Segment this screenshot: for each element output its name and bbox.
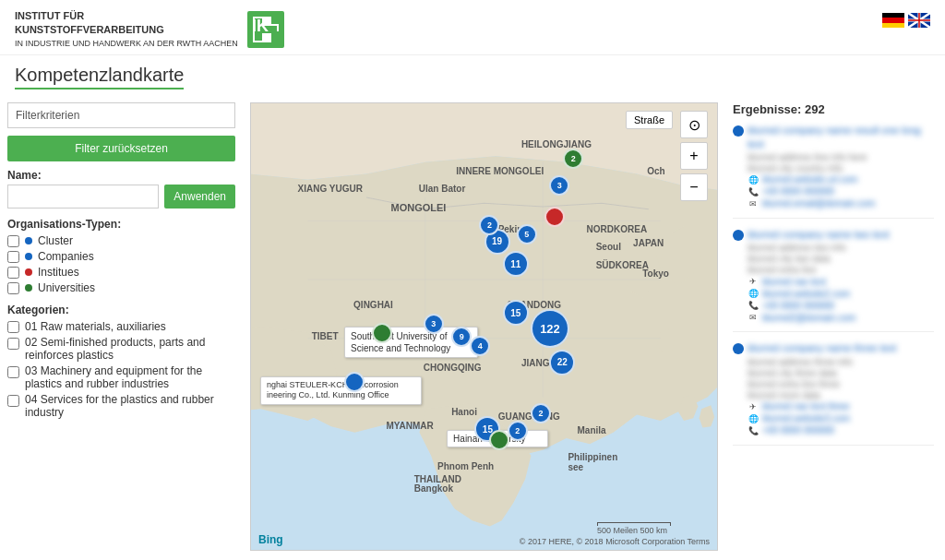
result-2-name[interactable]: blurred company name two text — [748, 228, 889, 241]
checkbox-cluster-input[interactable] — [7, 235, 19, 247]
globe-icon-3: 🌐 — [748, 413, 759, 424]
cluster-2[interactable]: 2 — [563, 149, 583, 169]
result-2-phone-row: 📞 +00 0000 000000 — [748, 300, 934, 311]
institutes-dot — [25, 268, 32, 276]
cluster-south-green[interactable] — [489, 430, 509, 450]
name-row: Anwenden — [7, 185, 235, 209]
email-icon-2: ✉ — [748, 312, 759, 323]
language-selector[interactable] — [882, 13, 930, 28]
cluster-south-2[interactable]: 2 — [508, 421, 528, 441]
companies-label: Companies — [38, 250, 94, 263]
result-item-1: blurred company name result one long tex… — [733, 124, 934, 219]
checkbox-cluster: Cluster — [7, 234, 235, 247]
map-copyright: © 2017 HERE, © 2018 Microsoft Corporatio… — [520, 537, 710, 546]
globe-icon-2: 🌐 — [748, 288, 759, 299]
logo-line2: KUNSTSTOFFVERARBEITUNG — [15, 23, 238, 37]
result-2-email-row: ✉ blurred2@domain.com — [748, 312, 934, 323]
results-header: Ergebnisse: 292 — [733, 102, 934, 116]
cluster-1[interactable]: 3 — [549, 175, 569, 196]
map-container[interactable]: Straße ⊙ + − CHINA MONGOLEI JAPAN Philip… — [250, 102, 718, 551]
map-type-button[interactable]: Straße — [626, 111, 673, 129]
cluster-beijing-3[interactable]: 5 — [517, 224, 537, 244]
result-1-meta1: blurred address line info here — [748, 152, 934, 162]
result-3-name[interactable]: blurred company name three text — [748, 341, 896, 354]
checkbox-cat03: 03 Machinery and equipment for the plast… — [7, 364, 235, 390]
zoom-in-button[interactable]: + — [680, 142, 708, 170]
cluster-south-3[interactable]: 2 — [531, 403, 551, 423]
cluster-kunming[interactable] — [344, 372, 365, 392]
name-input[interactable] — [7, 185, 159, 209]
zoom-out-button[interactable]: − — [680, 173, 708, 201]
result-1-name[interactable]: blurred company name result one long tex… — [748, 124, 934, 150]
logo-icon: IK — [247, 11, 284, 48]
cluster-central-1[interactable]: 3 — [424, 314, 444, 334]
result-1-dot — [733, 125, 744, 137]
cat01-label: 01 Raw materials, auxiliaries — [25, 320, 166, 333]
result-1-meta2: blurred city country info — [748, 163, 934, 173]
flag-german[interactable] — [882, 13, 904, 28]
result-2-meta1: blurred address two info — [748, 243, 934, 253]
checkbox-cat01: 01 Raw materials, auxiliaries — [7, 320, 235, 333]
result-item-2: blurred company name two text blurred ad… — [733, 228, 934, 332]
cluster-east-1[interactable]: 22 — [549, 350, 575, 375]
result-1-phone-row: 📞 +00 0000 000000 — [748, 186, 934, 197]
results-panel: Ergebnisse: 292 blurred company name res… — [725, 95, 938, 558]
checkbox-companies-input[interactable] — [7, 251, 19, 263]
checkbox-universities: Universities — [7, 281, 235, 294]
result-2-meta2: blurred city two data — [748, 254, 934, 264]
result-1-phone: +00 0000 000000 — [762, 186, 834, 197]
checkbox-universities-input[interactable] — [7, 282, 19, 294]
cluster-beijing-2[interactable]: 11 — [503, 251, 529, 277]
checkbox-cat04-input[interactable] — [7, 395, 19, 407]
checkbox-cat02-input[interactable] — [7, 338, 19, 350]
logo-line1: INSTITUT FÜR — [15, 9, 238, 23]
cluster-red-1[interactable] — [544, 207, 565, 227]
nav-icon-2: ✈ — [748, 276, 759, 287]
result-1-email[interactable]: blurred.email@domain.com — [762, 198, 875, 209]
phone-icon-1: 📞 — [748, 186, 759, 197]
name-filter-group: Name: Anwenden — [7, 169, 235, 209]
filter-criteria-label: Filterkriterien — [7, 102, 235, 128]
globe-icon-1: 🌐 — [748, 174, 759, 185]
result-1-email-row: ✉ blurred.email@domain.com — [748, 198, 934, 209]
org-types-label: Organisations-Typen: — [7, 218, 235, 231]
cat03-label: 03 Machinery and equipment for the plast… — [25, 364, 235, 390]
reset-filter-button[interactable]: Filter zurücksetzen — [7, 136, 235, 161]
checkbox-cat03-input[interactable] — [7, 366, 19, 378]
result-3-meta3: blurred extra line three — [748, 379, 934, 389]
result-3-meta2: blurred city three data — [748, 368, 934, 378]
result-1-website[interactable]: blurred.website.url.com — [762, 174, 857, 185]
bing-logo: Bing — [258, 533, 283, 546]
apply-button[interactable]: Anwenden — [164, 185, 235, 209]
map-controls: ⊙ + − — [680, 111, 708, 201]
result-3-website-row: 🌐 blurred.website3.com — [748, 413, 934, 424]
cluster-green-1[interactable] — [372, 323, 392, 343]
result-2-meta3: blurred extra line — [748, 265, 934, 275]
bing-text: Bing — [258, 533, 283, 546]
result-3-website[interactable]: blurred.website3.com — [762, 413, 850, 423]
popup-steuler: nghai STEULER-KCH Anticorrosionineering … — [260, 376, 422, 405]
categories-group: Kategorien: 01 Raw materials, auxiliarie… — [7, 304, 235, 419]
checkbox-institutes-input[interactable] — [7, 267, 19, 279]
cluster-label: Cluster — [38, 234, 73, 247]
result-2-email[interactable]: blurred2@domain.com — [762, 313, 855, 323]
locate-button[interactable]: ⊙ — [680, 111, 708, 138]
logo-area: INSTITUT FÜR KUNSTSTOFFVERARBEITUNG IN I… — [15, 9, 284, 49]
cat04-label: 04 Services for the plastics and rubber … — [25, 393, 235, 419]
result-3-meta4: blurred more data — [748, 390, 934, 400]
nav-icon-3: ✈ — [748, 401, 759, 412]
phone-icon-3: 📞 — [748, 425, 759, 436]
main-layout: Filterkriterien Filter zurücksetzen Name… — [0, 95, 945, 558]
result-2-website[interactable]: blurred.website2.com — [762, 289, 850, 299]
cluster-122[interactable]: 122 — [531, 309, 569, 348]
email-icon-1: ✉ — [748, 198, 759, 209]
result-2-name-row: blurred company name two text — [733, 228, 934, 241]
flag-english[interactable] — [908, 13, 930, 28]
checkbox-cat01-input[interactable] — [7, 321, 19, 333]
page-title: Kompetenzlandkarte — [15, 65, 184, 89]
cluster-central-4[interactable]: 15 — [503, 300, 529, 326]
scale-bar: 500 Meilen 500 km — [597, 522, 671, 535]
map-background[interactable]: Straße ⊙ + − CHINA MONGOLEI JAPAN Philip… — [250, 102, 718, 551]
result-3-nav-row: ✈ blurred nav text three — [748, 401, 934, 412]
result-2-nav: blurred nav text — [762, 277, 826, 287]
